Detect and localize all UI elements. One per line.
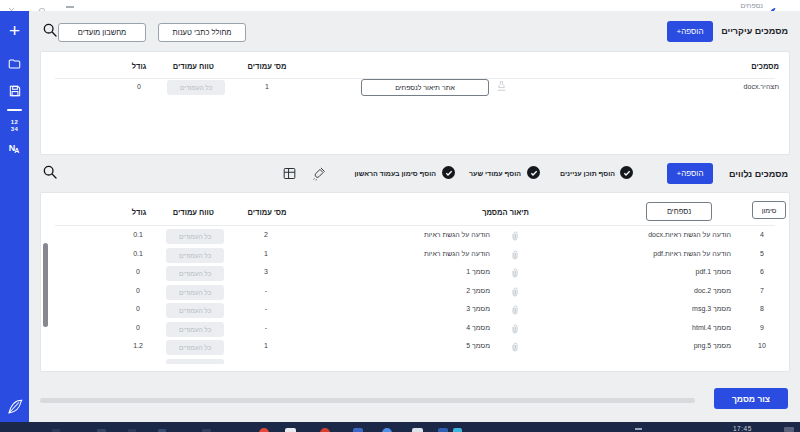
- row-page-range-button[interactable]: כל העמודים: [166, 303, 224, 318]
- folder-icon[interactable]: [0, 57, 29, 75]
- checkbox-toc[interactable]: [620, 166, 633, 179]
- row-page-range-button[interactable]: כל העמודים: [166, 266, 224, 281]
- row-size: 0: [124, 268, 152, 275]
- row-marking-number: 8: [748, 305, 776, 312]
- row-marking-number: 6: [748, 268, 776, 275]
- taskbar[interactable]: 17:45: [0, 422, 800, 432]
- row-marking-number: 9: [748, 324, 776, 331]
- row-page-range-button[interactable]: כל העמודים: [166, 340, 224, 355]
- titlebar: נספחים: [0, 0, 800, 11]
- paperclip-icon[interactable]: [508, 266, 521, 279]
- table-row[interactable]: 4 הודעה על הגשת ראיות.docx הודעה על הגשת…: [40, 228, 790, 247]
- row-file-name: מסמך 4.html: [692, 324, 731, 331]
- taskbar-clock: 17:45: [733, 425, 752, 432]
- row-file-name: מסמך 3.msg: [692, 305, 731, 312]
- paperclip-icon[interactable]: [508, 229, 521, 242]
- taskbar-icon[interactable]: [784, 427, 794, 432]
- paperclip-icon[interactable]: [508, 322, 521, 335]
- row-file-name: הודעה על הגשת ראיות.pdf: [653, 250, 731, 257]
- row-pages: 1: [252, 250, 280, 257]
- minimize-icon[interactable]: [66, 6, 74, 8]
- add-icon[interactable]: +: [0, 21, 29, 40]
- row-size: 0: [124, 324, 152, 331]
- col-header-size2: גודל: [125, 208, 153, 217]
- taskbar-icon[interactable]: [382, 428, 392, 432]
- row-page-range-button[interactable]: כל העמודים: [166, 322, 224, 337]
- row-page-range-button[interactable]: כל העמודים: [166, 248, 224, 263]
- row-description: מסמך 5: [466, 342, 490, 349]
- page-numbers-icon[interactable]: 1234: [0, 119, 29, 133]
- row-marking-number: 5: [748, 250, 776, 257]
- save-icon[interactable]: [0, 84, 29, 102]
- brush-icon[interactable]: [311, 166, 327, 185]
- search-icon-companion[interactable]: [42, 164, 58, 184]
- row-size: 0: [124, 305, 152, 312]
- col-header-range: טווח עמודים: [174, 62, 214, 71]
- add-companion-document-button[interactable]: הוספה+: [667, 163, 713, 184]
- table-row[interactable]: 5 הודעה על הגשת ראיות.pdf הודעה על הגשת …: [40, 247, 790, 266]
- header-divider2: [55, 225, 775, 226]
- row-pages: 2: [252, 231, 280, 238]
- row-file-name: הודעה על הגשת ראיות.docx: [648, 231, 731, 238]
- row-pages: 1: [252, 342, 280, 349]
- table-row[interactable]: 9 מסמך 4.html מסמך 4 - כל העמודים 0: [40, 321, 790, 340]
- pleadings-generator-button[interactable]: מחולל כתבי טענות: [158, 23, 246, 42]
- row-description: מסמך 4: [466, 324, 490, 331]
- table-row[interactable]: 10 מסמך 5.png מסמך 5 1 כל העמודים 1.2: [40, 339, 790, 358]
- checkbox-toc-label: הוסף תוכן עניינים: [560, 170, 615, 177]
- locate-description-button[interactable]: אתר תיאור לנספחים: [361, 79, 489, 96]
- row-size: 1.2: [124, 342, 152, 349]
- primary-page-range-button[interactable]: כל העמודים: [167, 80, 225, 95]
- row-page-range-button[interactable]: כל העמודים: [166, 285, 224, 300]
- horizontal-scrollbar[interactable]: [40, 398, 695, 403]
- add-primary-document-button[interactable]: הוספה+: [667, 21, 713, 42]
- sidebar: + 1234 NA: [0, 11, 29, 422]
- quill-logo-icon: [0, 398, 29, 420]
- stamp-icon[interactable]: [495, 79, 508, 97]
- vertical-scrollbar[interactable]: [43, 243, 48, 327]
- table-row[interactable]: 6 מסמך 1.pdf מסמך 1 3 כל העמודים 0: [40, 265, 790, 284]
- table-row[interactable]: 8 מסמך 3.msg מסמך 3 - כל העמודים 0: [40, 302, 790, 321]
- row-file-name: מסמך 5.png: [694, 342, 731, 349]
- taskbar-icon[interactable]: [438, 428, 448, 432]
- col-header-size: גודל: [125, 62, 153, 71]
- taskbar-icon[interactable]: [353, 428, 363, 432]
- row-description: מסמך 3: [466, 305, 490, 312]
- page-title: נספחים: [740, 2, 763, 9]
- app-window: נספחים + 1234 NA מחשבון מועדים מחולל כתב…: [0, 0, 800, 432]
- row-pages: -: [252, 287, 280, 294]
- row-description: מסמך 2: [466, 287, 490, 294]
- checkbox-first-page-mark[interactable]: [442, 166, 455, 179]
- table-grid-icon[interactable]: [282, 166, 297, 185]
- primary-doc-size: 0: [125, 83, 153, 90]
- paperclip-icon[interactable]: [508, 340, 521, 353]
- deadline-calculator-button[interactable]: מחשבון מועדים: [58, 23, 146, 42]
- col-header-pages: מס' עמודים: [247, 62, 287, 71]
- font-letters-icon[interactable]: NA: [0, 144, 29, 153]
- paperclip-icon[interactable]: [508, 248, 521, 261]
- partial-row-chip: [166, 359, 224, 364]
- paperclip-icon[interactable]: [508, 303, 521, 316]
- primary-documents-card: מסמכים מס' עמודים טווח עמודים גודל תצהיר…: [40, 51, 790, 155]
- table-row[interactable]: 7 מסמך 2.doc מסמך 2 - כל העמודים 0: [40, 284, 790, 303]
- attachments-column-button[interactable]: נספחים: [646, 202, 712, 221]
- row-size: 0.1: [124, 231, 152, 238]
- marking-column-button[interactable]: סימון: [752, 201, 786, 219]
- taskbar-icon[interactable]: [412, 428, 423, 432]
- row-marking-number: 4: [748, 231, 776, 238]
- paperclip-icon[interactable]: [508, 285, 521, 298]
- create-document-button[interactable]: צור מסמך: [714, 388, 788, 409]
- col-header-range2: טווח עמודים: [174, 208, 214, 217]
- taskbar-icon[interactable]: [635, 428, 642, 430]
- taskbar-icon[interactable]: [320, 428, 330, 432]
- checkbox-cover-pages[interactable]: [527, 166, 540, 179]
- row-page-range-button[interactable]: כל העמודים: [166, 229, 224, 244]
- col-header-pages2: מס' עמודים: [247, 208, 287, 217]
- search-icon-primary[interactable]: [42, 22, 58, 42]
- taskbar-icon[interactable]: [285, 428, 296, 432]
- taskbar-icon[interactable]: [259, 428, 269, 432]
- taskbar-icon[interactable]: [453, 428, 462, 432]
- row-file-name: מסמך 2.doc: [694, 287, 731, 294]
- primary-doc-pages: 1: [253, 83, 281, 90]
- companion-documents-title: מסמכים נלווים: [729, 169, 788, 179]
